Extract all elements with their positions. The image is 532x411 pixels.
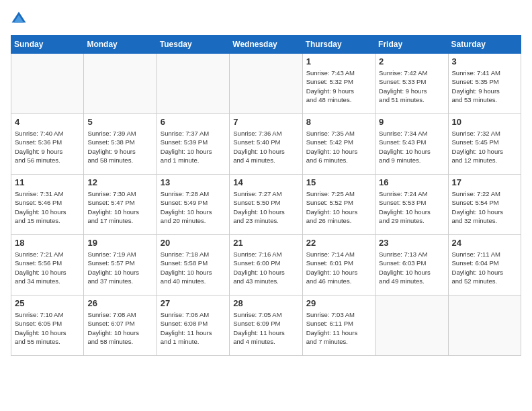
day-number: 14 xyxy=(233,177,298,187)
calendar-body: 1Sunrise: 7:43 AM Sunset: 5:32 PM Daylig… xyxy=(11,54,521,356)
day-number: 21 xyxy=(233,238,298,248)
calendar-cell: 19Sunrise: 7:19 AM Sunset: 5:57 PM Dayli… xyxy=(84,235,157,295)
day-number: 7 xyxy=(233,117,298,127)
day-info: Sunrise: 7:40 AM Sunset: 5:36 PM Dayligh… xyxy=(15,129,80,165)
calendar-week-row: 1Sunrise: 7:43 AM Sunset: 5:32 PM Daylig… xyxy=(11,54,521,114)
day-number: 20 xyxy=(161,238,226,248)
day-info: Sunrise: 7:05 AM Sunset: 6:09 PM Dayligh… xyxy=(233,310,298,346)
calendar-cell: 4Sunrise: 7:40 AM Sunset: 5:36 PM Daylig… xyxy=(11,114,84,175)
calendar-header-cell: Friday xyxy=(375,36,448,54)
calendar-week-row: 11Sunrise: 7:31 AM Sunset: 5:46 PM Dayli… xyxy=(11,175,521,235)
day-info: Sunrise: 7:30 AM Sunset: 5:47 PM Dayligh… xyxy=(87,189,152,225)
day-number: 11 xyxy=(15,177,80,187)
day-info: Sunrise: 7:35 AM Sunset: 5:42 PM Dayligh… xyxy=(306,129,371,165)
day-number: 25 xyxy=(15,298,80,308)
page-header xyxy=(11,11,521,27)
day-number: 9 xyxy=(379,117,444,127)
day-number: 8 xyxy=(306,117,371,127)
day-info: Sunrise: 7:36 AM Sunset: 5:40 PM Dayligh… xyxy=(233,129,298,165)
calendar-cell: 20Sunrise: 7:18 AM Sunset: 5:58 PM Dayli… xyxy=(157,235,229,295)
calendar-cell: 9Sunrise: 7:34 AM Sunset: 5:43 PM Daylig… xyxy=(375,114,448,175)
day-number: 27 xyxy=(161,298,226,308)
calendar-header-row: SundayMondayTuesdayWednesdayThursdayFrid… xyxy=(11,36,521,54)
day-number: 1 xyxy=(306,56,371,66)
day-info: Sunrise: 7:27 AM Sunset: 5:50 PM Dayligh… xyxy=(233,189,298,225)
calendar-cell: 15Sunrise: 7:25 AM Sunset: 5:52 PM Dayli… xyxy=(302,175,375,235)
calendar-cell: 23Sunrise: 7:13 AM Sunset: 6:03 PM Dayli… xyxy=(375,235,448,295)
calendar-cell: 1Sunrise: 7:43 AM Sunset: 5:32 PM Daylig… xyxy=(302,54,375,114)
day-number: 22 xyxy=(306,238,371,248)
calendar-table: SundayMondayTuesdayWednesdayThursdayFrid… xyxy=(11,35,521,356)
day-info: Sunrise: 7:08 AM Sunset: 6:07 PM Dayligh… xyxy=(87,310,152,346)
calendar-header-cell: Wednesday xyxy=(230,36,302,54)
day-info: Sunrise: 7:11 AM Sunset: 6:04 PM Dayligh… xyxy=(452,250,517,285)
calendar-cell: 10Sunrise: 7:32 AM Sunset: 5:45 PM Dayli… xyxy=(448,114,521,175)
calendar-cell: 26Sunrise: 7:08 AM Sunset: 6:07 PM Dayli… xyxy=(84,295,157,356)
calendar-cell xyxy=(230,54,302,114)
day-info: Sunrise: 7:31 AM Sunset: 5:46 PM Dayligh… xyxy=(15,189,80,225)
calendar-cell: 7Sunrise: 7:36 AM Sunset: 5:40 PM Daylig… xyxy=(230,114,302,175)
calendar-cell xyxy=(84,54,157,114)
day-info: Sunrise: 7:37 AM Sunset: 5:39 PM Dayligh… xyxy=(161,129,226,165)
day-info: Sunrise: 7:16 AM Sunset: 6:00 PM Dayligh… xyxy=(233,250,298,285)
day-number: 17 xyxy=(452,177,517,187)
calendar-cell: 5Sunrise: 7:39 AM Sunset: 5:38 PM Daylig… xyxy=(84,114,157,175)
calendar-cell: 6Sunrise: 7:37 AM Sunset: 5:39 PM Daylig… xyxy=(157,114,229,175)
calendar-cell: 2Sunrise: 7:42 AM Sunset: 5:33 PM Daylig… xyxy=(375,54,448,114)
day-number: 28 xyxy=(233,298,298,308)
calendar-cell: 28Sunrise: 7:05 AM Sunset: 6:09 PM Dayli… xyxy=(230,295,302,356)
calendar-cell: 11Sunrise: 7:31 AM Sunset: 5:46 PM Dayli… xyxy=(11,175,84,235)
calendar-cell: 8Sunrise: 7:35 AM Sunset: 5:42 PM Daylig… xyxy=(302,114,375,175)
calendar-cell: 22Sunrise: 7:14 AM Sunset: 6:01 PM Dayli… xyxy=(302,235,375,295)
day-info: Sunrise: 7:34 AM Sunset: 5:43 PM Dayligh… xyxy=(379,129,444,165)
day-number: 26 xyxy=(87,298,152,308)
day-info: Sunrise: 7:03 AM Sunset: 6:11 PM Dayligh… xyxy=(306,310,371,346)
calendar-cell xyxy=(11,54,84,114)
day-number: 24 xyxy=(452,238,517,248)
day-info: Sunrise: 7:13 AM Sunset: 6:03 PM Dayligh… xyxy=(379,250,444,285)
calendar-cell: 16Sunrise: 7:24 AM Sunset: 5:53 PM Dayli… xyxy=(375,175,448,235)
day-info: Sunrise: 7:24 AM Sunset: 5:53 PM Dayligh… xyxy=(379,189,444,225)
day-info: Sunrise: 7:43 AM Sunset: 5:32 PM Dayligh… xyxy=(306,68,371,104)
calendar-cell: 21Sunrise: 7:16 AM Sunset: 6:00 PM Dayli… xyxy=(230,235,302,295)
day-info: Sunrise: 7:22 AM Sunset: 5:54 PM Dayligh… xyxy=(452,189,517,225)
day-number: 15 xyxy=(306,177,371,187)
day-info: Sunrise: 7:42 AM Sunset: 5:33 PM Dayligh… xyxy=(379,68,444,104)
day-number: 10 xyxy=(452,117,517,127)
calendar-week-row: 25Sunrise: 7:10 AM Sunset: 6:05 PM Dayli… xyxy=(11,295,521,356)
calendar-cell: 27Sunrise: 7:06 AM Sunset: 6:08 PM Dayli… xyxy=(157,295,229,356)
calendar-header-cell: Thursday xyxy=(302,36,375,54)
day-info: Sunrise: 7:06 AM Sunset: 6:08 PM Dayligh… xyxy=(161,310,226,346)
calendar-cell xyxy=(375,295,448,356)
day-info: Sunrise: 7:18 AM Sunset: 5:58 PM Dayligh… xyxy=(161,250,226,285)
calendar-header-cell: Sunday xyxy=(11,36,84,54)
calendar-week-row: 4Sunrise: 7:40 AM Sunset: 5:36 PM Daylig… xyxy=(11,114,521,175)
calendar-cell: 13Sunrise: 7:28 AM Sunset: 5:49 PM Dayli… xyxy=(157,175,229,235)
day-number: 18 xyxy=(15,238,80,248)
calendar-cell: 17Sunrise: 7:22 AM Sunset: 5:54 PM Dayli… xyxy=(448,175,521,235)
calendar-cell: 12Sunrise: 7:30 AM Sunset: 5:47 PM Dayli… xyxy=(84,175,157,235)
day-number: 16 xyxy=(379,177,444,187)
day-number: 4 xyxy=(15,117,80,127)
calendar-cell xyxy=(448,295,521,356)
day-number: 2 xyxy=(379,56,444,66)
day-info: Sunrise: 7:19 AM Sunset: 5:57 PM Dayligh… xyxy=(87,250,152,285)
day-number: 12 xyxy=(87,177,152,187)
day-info: Sunrise: 7:14 AM Sunset: 6:01 PM Dayligh… xyxy=(306,250,371,285)
calendar-week-row: 18Sunrise: 7:21 AM Sunset: 5:56 PM Dayli… xyxy=(11,235,521,295)
calendar-header-cell: Saturday xyxy=(448,36,521,54)
day-info: Sunrise: 7:41 AM Sunset: 5:35 PM Dayligh… xyxy=(452,68,517,104)
calendar-cell: 25Sunrise: 7:10 AM Sunset: 6:05 PM Dayli… xyxy=(11,295,84,356)
day-number: 6 xyxy=(161,117,226,127)
day-number: 23 xyxy=(379,238,444,248)
calendar-header-cell: Monday xyxy=(84,36,157,54)
day-info: Sunrise: 7:32 AM Sunset: 5:45 PM Dayligh… xyxy=(452,129,517,165)
day-info: Sunrise: 7:10 AM Sunset: 6:05 PM Dayligh… xyxy=(15,310,80,346)
day-number: 13 xyxy=(161,177,226,187)
day-number: 3 xyxy=(452,56,517,66)
logo-icon xyxy=(11,11,27,27)
calendar-cell xyxy=(157,54,229,114)
day-number: 19 xyxy=(87,238,152,248)
calendar-cell: 18Sunrise: 7:21 AM Sunset: 5:56 PM Dayli… xyxy=(11,235,84,295)
calendar-cell: 29Sunrise: 7:03 AM Sunset: 6:11 PM Dayli… xyxy=(302,295,375,356)
